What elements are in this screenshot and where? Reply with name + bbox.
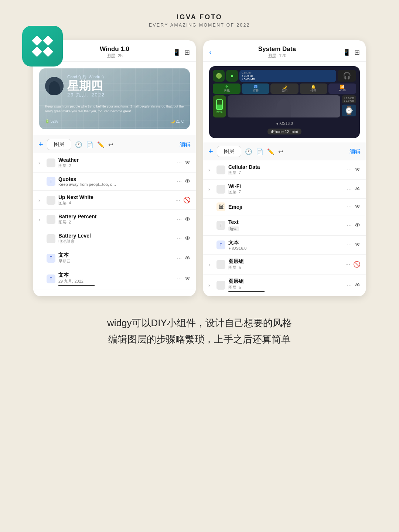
left-layer-list: › Weather 图层: 2 ··· 👁 T Quotes Keep away… — [33, 153, 196, 290]
layer-item: Battery Level 电池健康 ··· 👁 — [33, 229, 196, 248]
toggle-label: 打开 — [301, 89, 326, 93]
right-preview: 🟢 ■ Cellular ↑ 389 kB ↓ 5.03 MB 🎧 — [203, 62, 366, 143]
layer-more-button[interactable]: ··· — [177, 255, 182, 262]
layer-more-button[interactable]: ··· — [347, 204, 352, 210]
left-layers-tab[interactable]: 图层 — [47, 139, 71, 150]
layer-name: Quotes — [58, 176, 174, 182]
layer-more-button[interactable]: ··· — [177, 216, 182, 223]
layer-more-button[interactable]: ··· — [347, 242, 352, 248]
layer-more-button[interactable]: ··· — [175, 197, 180, 204]
grid-icon[interactable]: ⊞ — [184, 48, 190, 57]
layer-visibility-button[interactable]: 👁 — [185, 235, 191, 242]
left-history-icon[interactable]: 🕐 — [75, 141, 82, 148]
left-edit-label[interactable]: 编辑 — [180, 141, 191, 148]
toggle-cell: 🔔 打开 — [300, 83, 327, 94]
widget-text-block: Good 午后, Windu :) 星期四 29 九月, 2022 — [67, 74, 184, 98]
layer-more-button[interactable]: ··· — [347, 282, 352, 289]
right-undo-icon[interactable]: ↩ — [278, 148, 283, 155]
w-text: ↑ 389 kB — [242, 74, 334, 78]
left-panel-subtitle: 图层: 25 — [39, 53, 190, 59]
toggle-icon: ☎ — [243, 85, 268, 89]
layer-visibility-button[interactable]: 🚫 — [353, 261, 361, 268]
widget-moon: 🌙 21°C — [170, 119, 184, 123]
layer-visibility-button[interactable]: 👁 — [185, 255, 191, 262]
right-file-icon[interactable]: 📄 — [256, 148, 263, 155]
layer-visibility-button[interactable]: 🚫 — [183, 197, 191, 204]
bottom-text: widgy可以DIY小组件，设计自己想要的风格 编辑图层的步骤略繁琐，上手之后还… — [107, 315, 292, 347]
layer-more-button[interactable]: ··· — [177, 276, 182, 282]
right-history-icon[interactable]: 🕐 — [245, 148, 252, 155]
layer-type-icon — [216, 185, 225, 194]
right-edit-label[interactable]: 编辑 — [349, 148, 361, 155]
layer-item: › Wi-Fi 图层: 7 ··· 👁 — [203, 180, 366, 199]
layer-actions: ··· 🚫 — [345, 261, 361, 268]
layer-sub: 图层: 5 — [228, 265, 342, 270]
storage-label: ↑ 1.6 GB — [344, 97, 354, 99]
layer-name: 图层组 — [228, 258, 342, 265]
layer-name: Cellular Data — [228, 164, 344, 170]
grid-icon[interactable]: ⊞ — [354, 48, 360, 57]
left-undo-icon[interactable]: ↩ — [108, 141, 113, 148]
layer-visibility-button[interactable]: 👁 — [355, 186, 361, 192]
layer-visibility-button[interactable]: 👁 — [185, 160, 191, 166]
right-phone-card: ‹ System Data 图层: 120 📱 ⊞ 🟢 ■ Cel — [203, 40, 366, 296]
layer-item: › Weather 图层: 2 ··· 👁 — [33, 153, 196, 173]
layer-more-button[interactable]: ··· — [177, 160, 182, 166]
bottom-line1: widgy可以DIY小组件，设计自己想要的风格 — [107, 315, 292, 331]
photo-bg — [228, 95, 340, 117]
layer-visibility-button[interactable]: 👁 — [185, 216, 191, 223]
layer-more-button[interactable]: ··· — [347, 167, 352, 173]
layer-more-button[interactable]: ··· — [347, 186, 352, 192]
layer-visibility-button[interactable]: 👁 — [355, 242, 361, 248]
left-add-button[interactable]: + — [38, 140, 43, 149]
w-text: Cellular — [242, 71, 334, 74]
layer-sub: 29 九月, 2022 — [58, 279, 174, 284]
layer-more-button[interactable]: ··· — [177, 235, 182, 242]
layer-visibility-button[interactable]: 👁 — [355, 282, 361, 289]
layer-visibility-button[interactable]: 👁 — [355, 204, 361, 210]
toggle-cell: 🌙 关闭 — [270, 83, 298, 94]
layer-sub: 图层: 7 — [228, 189, 344, 195]
widget-day: 星期四 — [67, 80, 184, 92]
layer-more-button[interactable]: ··· — [347, 222, 352, 229]
layer-visibility-button[interactable]: 👁 — [355, 167, 361, 173]
layer-sub: 图层: 7 — [228, 170, 344, 175]
layer-item: T 文本 星期四 ··· 👁 — [33, 248, 196, 268]
right-edit-icon[interactable]: ✏️ — [267, 148, 274, 155]
battery-fill — [217, 105, 222, 109]
layer-visibility-button[interactable]: 👁 — [185, 276, 191, 282]
layer-more-button[interactable]: ··· — [345, 261, 350, 268]
widget-avatar — [45, 77, 64, 95]
layer-type-icon — [216, 281, 225, 290]
chevron-icon: › — [208, 167, 214, 173]
chevron-icon: › — [38, 160, 44, 166]
photo-cell — [228, 95, 340, 117]
right-layers-tab[interactable]: 图层 — [217, 146, 241, 157]
layer-more-button[interactable]: ··· — [177, 178, 182, 185]
back-button[interactable]: ‹ — [209, 48, 212, 57]
layer-actions: ··· 👁 — [347, 282, 361, 289]
toggle-label: 天线 — [214, 89, 239, 93]
right-add-button[interactable]: + — [208, 147, 213, 156]
right-topbar-icons: 📱 ⊞ — [342, 48, 360, 57]
device-model-wrapper: iPhone 12 mini — [213, 128, 356, 134]
widget-bottom: 🔋 52% 🌙 21°C — [45, 119, 184, 123]
storage-cell: ↑ 1.6 GB ↓ 3.6 GB — [342, 95, 356, 103]
airpods-icon: 🎧 — [343, 72, 351, 80]
right-layer-list: › Cellular Data 图层: 7 ··· 👁 › Wi-Fi 图层: … — [203, 160, 366, 296]
left-file-icon[interactable]: 📄 — [86, 141, 93, 148]
chevron-icon: › — [38, 216, 44, 222]
toggle-cell: ✈ 天线 — [213, 83, 241, 94]
layer-name: Up Next White — [58, 194, 173, 200]
w-cell-wide: Cellular ↑ 389 kB ↓ 5.03 MB — [239, 70, 336, 82]
toggle-label: 关闭 — [272, 89, 297, 93]
layer-actions: ··· 🚫 — [175, 197, 191, 204]
layer-type-icon — [47, 234, 55, 243]
layer-visibility-button[interactable]: 👁 — [355, 222, 361, 229]
left-edit-icon[interactable]: ✏️ — [97, 141, 105, 148]
layer-visibility-button[interactable]: 👁 — [185, 178, 191, 185]
layer-progress-bar — [58, 285, 110, 286]
toggle-icon: 📶 — [330, 85, 355, 89]
layer-type-icon — [47, 158, 55, 167]
layer-text: Wi-Fi 图层: 7 — [228, 183, 344, 195]
